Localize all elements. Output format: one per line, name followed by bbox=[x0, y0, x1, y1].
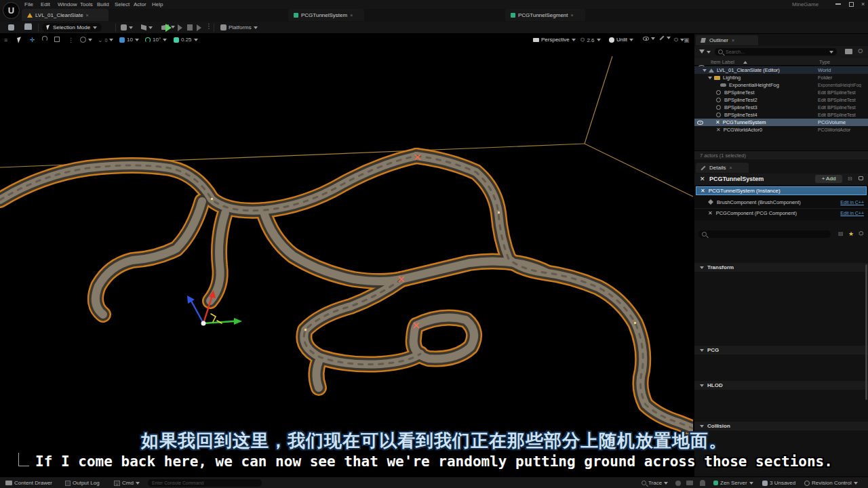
rotate-tool-icon[interactable] bbox=[42, 36, 47, 41]
outliner-row-bpspline4[interactable]: BPSplineTest4 Edit BPSplineTest bbox=[694, 111, 868, 119]
menu-edit[interactable]: Edit bbox=[41, 1, 50, 7]
edit-in-cpp-link[interactable]: Edit in C++ bbox=[840, 200, 864, 205]
edit-blueprint-link[interactable]: Edit BPSplineTest bbox=[818, 90, 867, 95]
ghost-icon[interactable] bbox=[700, 480, 705, 486]
add-component-button[interactable]: + Add bbox=[815, 175, 842, 183]
outliner-row-level[interactable]: LVL_01_CleanSlate (Editor) World bbox=[694, 66, 868, 74]
tab-close-icon[interactable]: × bbox=[86, 13, 89, 18]
section-hlod[interactable]: HLOD bbox=[694, 381, 868, 390]
filter-caret-icon[interactable] bbox=[707, 51, 711, 54]
outliner-search-input[interactable]: Search... bbox=[715, 48, 837, 56]
scale-tool-icon[interactable] bbox=[54, 37, 60, 42]
show-flags-dropdown[interactable] bbox=[643, 37, 655, 41]
browse-icon[interactable]: ⊟ bbox=[848, 176, 852, 182]
add-actor-dropdown[interactable] bbox=[121, 24, 133, 30]
select-tool-icon[interactable] bbox=[17, 37, 22, 43]
component-row-pcg[interactable]: ✕ PCGComponent (PCG Component) Edit in C… bbox=[694, 208, 868, 218]
outliner-row-bpspline3[interactable]: BPSplineTest3 Edit BPSplineTest bbox=[694, 104, 868, 111]
edit-in-cpp-link[interactable]: Edit in C++ bbox=[840, 211, 864, 216]
menu-select[interactable]: Select bbox=[115, 1, 130, 7]
tab-pcgtunnelsystem[interactable]: PCGTunnelSystem × bbox=[288, 9, 364, 21]
menu-window[interactable]: Window bbox=[58, 1, 77, 7]
visibility-eye-icon[interactable] bbox=[697, 121, 703, 125]
outliner-row-bpspline2[interactable]: BPSplineTest2 Edit BPSplineTest bbox=[694, 96, 868, 104]
tab-close-icon[interactable]: × bbox=[350, 13, 353, 18]
save-icon[interactable] bbox=[8, 24, 14, 30]
viewport-options-dropdown[interactable] bbox=[659, 37, 671, 39]
tab-close-icon[interactable]: × bbox=[571, 13, 574, 18]
filter-icon[interactable] bbox=[699, 49, 705, 54]
tab-close-icon[interactable]: × bbox=[729, 165, 732, 170]
component-row-root-selected[interactable]: ✕ PCGTunnelSystem (Instance) bbox=[696, 186, 867, 195]
outliner-col-label[interactable]: Item Label bbox=[711, 59, 734, 65]
edit-blueprint-link[interactable]: Edit BPSplineTest bbox=[818, 98, 867, 102]
content-drawer-icon[interactable] bbox=[24, 24, 32, 30]
perspective-dropdown[interactable]: Perspective bbox=[533, 37, 576, 43]
new-folder-icon[interactable] bbox=[845, 49, 852, 54]
play-options-icon[interactable]: ⋮ bbox=[205, 22, 212, 30]
content-drawer-icon bbox=[5, 481, 12, 485]
play-detached-icon[interactable] bbox=[178, 24, 182, 31]
details-scrollbar[interactable] bbox=[865, 264, 867, 400]
component-row-brush[interactable]: BrushComponent (BrushComponent) Edit in … bbox=[694, 197, 868, 207]
surface-snap-toggle[interactable]: ⌄0 bbox=[98, 37, 113, 43]
platforms-dropdown[interactable]: Platforms bbox=[220, 24, 258, 30]
view-mode-dropdown[interactable]: Unlit bbox=[609, 37, 633, 43]
outliner-row-fog[interactable]: ExponentialHeightFog ExponentialHeightFo… bbox=[694, 81, 868, 89]
edit-blueprint-link[interactable]: Edit BPSplineTest bbox=[818, 105, 867, 110]
outliner-row-pcgtunnelsystem-selected[interactable]: ✕ PCGTunnelSystem PCGVolume bbox=[694, 119, 868, 126]
viewport-menu-icon[interactable]: ≡ bbox=[4, 37, 7, 43]
menu-file[interactable]: File bbox=[24, 1, 33, 7]
trace-dropdown[interactable]: Trace bbox=[642, 480, 668, 486]
cmd-dropdown[interactable]: › Cmd bbox=[114, 480, 140, 486]
tab-outliner[interactable]: Outliner × bbox=[696, 35, 758, 45]
scale-snap-dropdown[interactable]: 0.25 bbox=[174, 37, 198, 43]
details-search-input[interactable] bbox=[698, 230, 831, 238]
outliner-settings-icon[interactable]: ⛭ bbox=[858, 47, 863, 55]
camera-speed-dropdown[interactable]: ⛭2.6 bbox=[580, 37, 601, 43]
insights-icon[interactable] bbox=[675, 481, 681, 486]
menu-help[interactable]: Help bbox=[152, 1, 163, 7]
tab-pcgtunnelsegment[interactable]: PCGTunnelSegment × bbox=[505, 9, 585, 21]
rotation-snap-dropdown[interactable]: 10° bbox=[145, 37, 167, 43]
menu-tools[interactable]: Tools bbox=[80, 1, 93, 7]
play-icon[interactable] bbox=[165, 24, 172, 32]
unreal-logo-icon[interactable]: U bbox=[3, 2, 20, 19]
output-log-button[interactable]: Output Log bbox=[65, 480, 100, 486]
outliner-row-lighting[interactable]: Lighting Folder bbox=[694, 74, 868, 81]
revision-control-dropdown[interactable]: Revision Control bbox=[804, 480, 858, 486]
close-icon[interactable]: × bbox=[861, 1, 865, 7]
tab-level[interactable]: LVL_01_CleanSlate × bbox=[22, 9, 108, 21]
viewport[interactable]: ≡ ✛ ⋮ ⌄0 10 10° 0.25 Perspective ⛭2.6 Un… bbox=[0, 34, 693, 476]
tool-options-icon[interactable]: ⋮ bbox=[68, 37, 74, 43]
selection-mode-dropdown[interactable]: Selection Mode bbox=[42, 23, 102, 32]
world-local-toggle[interactable] bbox=[80, 37, 92, 43]
grid-snap-dropdown[interactable]: 10 bbox=[119, 37, 139, 43]
tab-details[interactable]: Details × bbox=[696, 163, 749, 173]
zen-server-dropdown[interactable]: Zen Server bbox=[713, 480, 753, 486]
content-drawer-button[interactable]: Content Drawer bbox=[5, 480, 52, 486]
section-transform[interactable]: Transform bbox=[694, 263, 868, 272]
unsaved-button[interactable]: 3 Unsaved bbox=[762, 480, 795, 486]
maximize-viewport-icon[interactable]: ▣ bbox=[684, 37, 690, 43]
screenshot-icon[interactable] bbox=[686, 481, 693, 485]
blueprints-dropdown[interactable] bbox=[141, 24, 153, 30]
menu-build[interactable]: Build bbox=[97, 1, 109, 7]
restore-icon[interactable] bbox=[849, 2, 854, 7]
display-filter-icon[interactable]: ▤ bbox=[838, 230, 844, 237]
minimize-icon[interactable] bbox=[835, 3, 841, 5]
favorites-star-icon[interactable]: ★ bbox=[848, 230, 854, 237]
console-input[interactable]: Enter Console Command bbox=[148, 479, 262, 487]
advance-icon[interactable] bbox=[197, 24, 201, 31]
menu-actor[interactable]: Actor bbox=[134, 1, 146, 7]
tab-close-icon[interactable]: × bbox=[732, 38, 734, 43]
move-tool-icon[interactable]: ✛ bbox=[30, 37, 35, 43]
outliner-row-pcgworldactor[interactable]: ✕ PCGWorldActor0 PCGWorldActor bbox=[694, 126, 868, 134]
lock-icon[interactable] bbox=[859, 176, 863, 180]
details-settings-icon[interactable]: ⛭ bbox=[859, 230, 863, 237]
edit-blueprint-link[interactable]: Edit BPSplineTest bbox=[818, 113, 867, 117]
section-pcg[interactable]: PCG bbox=[694, 346, 868, 354]
outliner-col-type[interactable]: Type bbox=[819, 59, 830, 65]
stop-icon[interactable] bbox=[187, 24, 193, 30]
outliner-row-bpspline1[interactable]: BPSplineTest Edit BPSplineTest bbox=[694, 89, 868, 96]
